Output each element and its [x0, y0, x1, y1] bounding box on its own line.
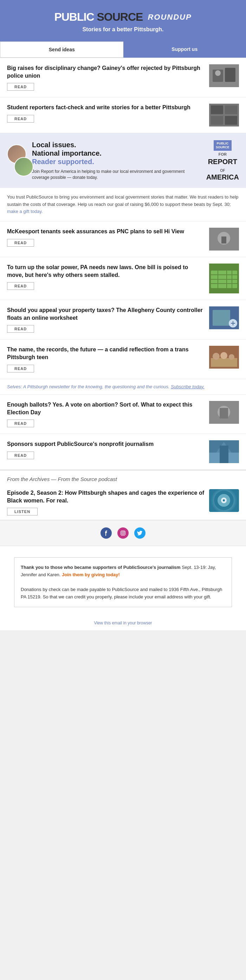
article-title: McKeesport tenants seek assurances as PN… [7, 228, 205, 235]
article-title: Sponsors support PublicSource's nonprofi… [7, 440, 205, 448]
svg-rect-41 [121, 531, 125, 535]
donations-text: Donations by check can be made payable t… [21, 586, 225, 601]
article-abortion: Enough ballots? Yes. A vote on abortion?… [0, 395, 246, 434]
view-browser: View this email in your browser [0, 616, 246, 630]
archives-title: Episode 2, Season 2: How Pittsburgh shap… [7, 489, 205, 504]
svg-rect-6 [225, 105, 237, 114]
logo-source: SOURCE [97, 11, 143, 24]
rfa-logo: PUBLICSOURCE FOR REPORTOFAMERICA [206, 140, 239, 181]
read-button-trans[interactable]: READ [7, 365, 34, 372]
social-icons [7, 527, 239, 539]
svg-point-29 [229, 354, 234, 360]
logo-roundup: ROUNDUP [148, 13, 192, 22]
social-row [0, 520, 246, 546]
selves-subscribe-link[interactable]: Subscribe today. [171, 384, 205, 389]
archives-content: Episode 2, Season 2: How Pittsburgh shap… [7, 489, 205, 515]
article-image-podcast [209, 489, 239, 512]
rfa-line3: Reader supported. [32, 158, 94, 165]
article-image-trans [209, 346, 239, 369]
read-button-students[interactable]: READ [7, 115, 34, 123]
svg-rect-8 [225, 116, 237, 125]
listen-button[interactable]: LISTEN [7, 508, 38, 515]
article-title: Big raises for disciplinary change? Gain… [7, 64, 205, 80]
join-them-link[interactable]: Join them by giving today! [62, 572, 120, 578]
email-wrapper: PUBLICSOURCE ROUNDUP Stories for a bette… [0, 0, 246, 644]
logo-public: PUBLIC [54, 11, 94, 24]
read-button-taxes[interactable]: READ [7, 325, 34, 333]
send-ideas-button[interactable]: Send ideas [0, 41, 123, 57]
article-content: Should you appeal your property taxes? T… [7, 306, 205, 333]
article-image-police [209, 64, 239, 87]
rfa-headline: Local issues. National importance. Reade… [32, 140, 201, 166]
buttons-row: Send ideas Support us [0, 41, 246, 58]
svg-rect-36 [220, 445, 229, 463]
svg-point-40 [223, 499, 225, 501]
make-gift-link[interactable]: make a gift today. [7, 209, 43, 214]
trust-text: You trust PublicSource to bring you envi… [7, 194, 238, 214]
article-content: Sponsors support PublicSource's nonprofi… [7, 440, 205, 459]
article-image-mckeesport [209, 228, 239, 251]
article-title: Student reporters fact-check and write s… [7, 103, 205, 111]
article-content: McKeesport tenants seek assurances as PN… [7, 228, 205, 247]
article-content: Big raises for disciplinary change? Gain… [7, 64, 205, 91]
instagram-icon[interactable] [117, 527, 129, 539]
article-title: To turn up the solar power, PA needs new… [7, 264, 205, 278]
read-button-police[interactable]: READ [7, 83, 34, 91]
article-image-taxes [209, 306, 239, 329]
read-button-sponsors[interactable]: READ [7, 452, 34, 459]
article-title: The name, the records, the future — a ca… [7, 346, 205, 361]
svg-point-42 [122, 532, 124, 534]
svg-rect-32 [220, 408, 228, 418]
article-title: Enough ballots? Yes. A vote on abortion?… [7, 401, 205, 416]
rfa-sub: Join Report for America in helping to ma… [32, 169, 201, 181]
view-browser-link[interactable]: View this email in your browser [94, 620, 152, 625]
archives-header-text: From the Archives — From the Source podc… [7, 476, 117, 482]
svg-rect-21 [213, 310, 230, 326]
svg-point-27 [213, 353, 220, 360]
article-image-solar [209, 264, 239, 293]
article-taxes: Should you appeal your property taxes? T… [0, 300, 246, 339]
rfa-ra-text: REPORTOFAMERICA [206, 158, 239, 181]
thankyou-text: Thank you to those who became supporters… [21, 564, 225, 579]
article-title: Should you appeal your property taxes? T… [7, 306, 205, 321]
rfa-line2: National importance. [32, 150, 102, 157]
selves-text: Selves: A Pittsburgh newsletter for the … [7, 384, 170, 389]
article-image-abortion [209, 401, 239, 424]
rfa-line1: Local issues. [32, 141, 76, 149]
article-solar: To turn up the solar power, PA needs new… [0, 257, 246, 300]
rfa-for-text: FOR [219, 152, 227, 156]
facebook-icon[interactable] [100, 527, 112, 539]
thankyou-section: Thank you to those who became supporters… [0, 546, 246, 616]
footer-space [0, 630, 246, 644]
header: PUBLICSOURCE ROUNDUP Stories for a bette… [0, 0, 246, 41]
article-sponsors: Sponsors support PublicSource's nonprofi… [0, 434, 246, 470]
article-image-sponsors [209, 440, 239, 463]
svg-rect-5 [211, 105, 223, 114]
read-button-abortion[interactable]: READ [7, 420, 34, 427]
rfa-text: Local issues. National importance. Reade… [32, 140, 201, 181]
article-content: Enough ballots? Yes. A vote on abortion?… [7, 401, 205, 427]
svg-rect-2 [225, 68, 235, 82]
archives-article: Episode 2, Season 2: How Pittsburgh shap… [0, 485, 246, 520]
support-us-button[interactable]: Support us [123, 41, 246, 57]
article-content: The name, the records, the future — a ca… [7, 346, 205, 372]
article-police-union: Big raises for disciplinary change? Gain… [0, 58, 246, 97]
svg-point-3 [215, 70, 221, 76]
svg-point-43 [124, 531, 125, 532]
read-button-solar[interactable]: READ [7, 282, 34, 290]
rfa-banner: Local issues. National importance. Reade… [0, 133, 246, 188]
svg-point-28 [221, 352, 227, 359]
article-image-students [209, 103, 239, 127]
twitter-icon[interactable] [134, 527, 146, 539]
read-button-mckeesport[interactable]: READ [7, 239, 34, 247]
logo-area: PUBLICSOURCE ROUNDUP [14, 11, 232, 24]
article-trans: The name, the records, the future — a ca… [0, 339, 246, 379]
rfa-publicsource-logo: PUBLICSOURCE [214, 140, 232, 151]
article-content: Student reporters fact-check and write s… [7, 103, 205, 123]
thankyou-highlight: Thank you to those who became supporters… [21, 565, 181, 570]
archives-header: From the Archives — From the Source podc… [0, 470, 246, 485]
selves-note: Selves: A Pittsburgh newsletter for the … [0, 379, 246, 395]
svg-rect-7 [211, 116, 223, 125]
article-content: To turn up the solar power, PA needs new… [7, 264, 205, 290]
trust-paragraph: You trust PublicSource to bring you envi… [0, 188, 246, 221]
